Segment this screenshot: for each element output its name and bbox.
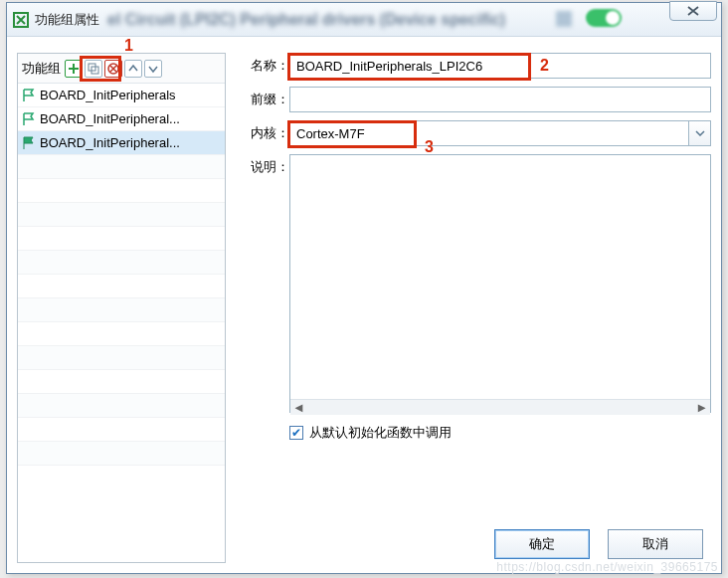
core-label: 内核： [244, 120, 289, 142]
list-item-empty [18, 370, 225, 394]
ok-button[interactable]: 确定 [494, 529, 590, 559]
name-input[interactable] [289, 53, 711, 79]
list-item-empty [18, 322, 225, 346]
titlebar: 功能组属性 el Circuit (LPI2C) Peripheral driv… [7, 3, 721, 37]
function-group-list[interactable]: BOARD_InitPeripherals BOARD_InitPeripher… [18, 84, 225, 562]
list-item-label: BOARD_InitPeripheral... [40, 135, 180, 150]
list-toolbar: 功能组 [18, 54, 225, 84]
annotation-number-2: 2 [540, 57, 549, 75]
watermark: https://blog.csdn.net/weixin_39665175 [496, 560, 718, 574]
move-down-button[interactable] [144, 60, 162, 78]
delete-button[interactable] [104, 60, 122, 78]
background-title-blur: el Circuit (LPI2C) Peripheral drivers (D… [107, 11, 505, 29]
core-dropdown-button[interactable] [689, 120, 711, 146]
scroll-left-icon[interactable]: ◄ [292, 400, 305, 415]
cancel-button[interactable]: 取消 [608, 529, 703, 559]
list-item[interactable]: BOARD_InitPeripheral... [18, 107, 225, 131]
name-label: 名称： [244, 53, 289, 75]
list-item-empty [18, 251, 225, 275]
call-from-default-init-checkbox[interactable]: ✔ [289, 426, 303, 440]
flag-icon-active [22, 136, 36, 150]
desc-label: 说明： [244, 154, 289, 176]
dialog-title: 功能组属性 [35, 11, 99, 29]
checkbox-label: 从默认初始化函数中调用 [309, 424, 452, 442]
form-panel: 名称： 前缀： 内核： 说明： [226, 53, 711, 563]
list-item-label: BOARD_InitPeripheral... [40, 111, 180, 126]
function-group-list-panel: 功能组 BOARD_I [17, 53, 226, 563]
desc-textarea[interactable] [289, 154, 711, 413]
list-item-empty [18, 179, 225, 203]
app-icon [13, 12, 29, 28]
list-item-empty [18, 298, 225, 322]
bg-icon-blur [556, 11, 572, 27]
add-button[interactable] [65, 60, 83, 78]
list-item-empty [18, 394, 225, 418]
list-item-empty [18, 203, 225, 227]
annotation-number-1: 1 [124, 37, 133, 55]
bg-toggle-blur [586, 9, 622, 27]
list-item[interactable]: BOARD_InitPeripheral... [18, 131, 225, 155]
prefix-input[interactable] [289, 87, 711, 112]
core-combo[interactable] [289, 120, 689, 146]
textarea-hscrollbar[interactable]: ◄ ► [290, 399, 710, 415]
list-item-empty [18, 442, 225, 466]
scroll-right-icon[interactable]: ► [695, 400, 708, 415]
list-item-empty [18, 275, 225, 298]
list-item-empty [18, 418, 225, 442]
list-item-empty [18, 346, 225, 370]
close-button[interactable] [669, 1, 717, 21]
annotation-number-3: 3 [425, 138, 434, 156]
move-up-button[interactable] [124, 60, 142, 78]
dialog-window: 功能组属性 el Circuit (LPI2C) Peripheral driv… [6, 2, 722, 574]
flag-icon [22, 112, 36, 126]
copy-button[interactable] [85, 60, 102, 78]
list-header-label: 功能组 [22, 60, 61, 78]
flag-icon [22, 89, 36, 102]
list-item-label: BOARD_InitPeripherals [40, 88, 176, 102]
prefix-label: 前缀： [244, 87, 289, 108]
list-item-empty [18, 155, 225, 179]
list-item[interactable]: BOARD_InitPeripherals [18, 84, 225, 107]
list-item-empty [18, 227, 225, 251]
